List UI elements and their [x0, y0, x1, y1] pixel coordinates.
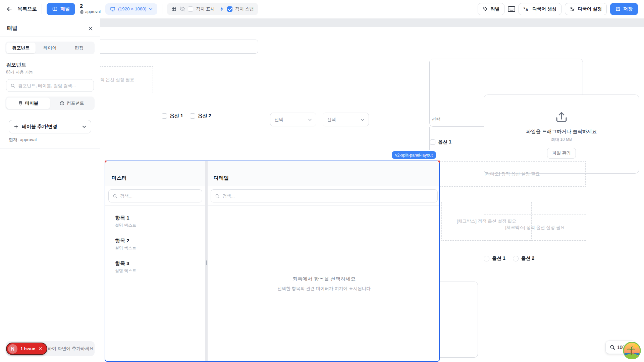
issue-badge[interactable]: N 1 Issue	[6, 343, 47, 355]
list-item[interactable]: 항목 3 설명 텍스트	[115, 260, 136, 274]
checkbox-option2[interactable]	[190, 113, 195, 119]
divider	[0, 148, 100, 148]
grid-snap-checkbox[interactable]	[227, 6, 232, 12]
tab-layers[interactable]: 레이어	[36, 43, 65, 53]
arrow-left-icon	[6, 6, 13, 12]
select-3-label: 선택	[432, 116, 441, 122]
tab-edit[interactable]: 편집	[64, 43, 94, 53]
label-button[interactable]: 라벨	[478, 3, 504, 15]
cube-icon	[60, 101, 64, 106]
search-icon	[113, 194, 117, 198]
radio-option1[interactable]	[484, 256, 489, 261]
master-title: 마스터	[112, 175, 127, 181]
save-button[interactable]: 저장	[610, 3, 638, 15]
detail-empty-state: 좌측에서 항목을 선택하세요 선택한 항목의 관련 데이터가 여기에 표시됩니다	[208, 206, 440, 362]
settings-sliders-icon	[570, 6, 575, 12]
pane-splitter[interactable]	[205, 161, 208, 361]
checkbox-placeholder-text-2: [체크박스] 정적 옵션 설정 필요	[505, 225, 565, 231]
svg-text:x̄: x̄	[524, 7, 525, 10]
grid-show-checkbox[interactable]	[188, 6, 193, 12]
split-panel-component[interactable]: 마스터 디테일 항목 1 설명 텍스트 항목 2 설명 텍스트 항목 3 설명 …	[105, 161, 440, 362]
radio-placeholder-box[interactable]: [라디오] 정적 옵션 설정 필요	[439, 161, 586, 187]
container-edge-line	[429, 127, 430, 150]
item-desc: 설명 텍스트	[115, 223, 136, 228]
monitor-icon	[110, 6, 115, 12]
i18n-generate-button[interactable]: x̄A 다국어 생성	[519, 3, 561, 15]
island-sticker	[623, 342, 641, 359]
plus-icon	[14, 124, 18, 129]
close-icon[interactable]	[38, 347, 43, 351]
item-title: 항목 1	[115, 215, 136, 221]
empty-title: 좌측에서 항목을 선택하세요	[292, 276, 356, 282]
item-title: 항목 2	[115, 238, 136, 244]
item-title: 항목 3	[115, 260, 136, 267]
empty-desc: 선택한 항목의 관련 데이터가 여기에 표시됩니다	[277, 286, 371, 292]
checkbox-option1[interactable]	[162, 113, 167, 119]
back-label[interactable]: 목록으로	[17, 6, 37, 12]
select-1[interactable]: 선택	[270, 113, 316, 126]
component-search-box[interactable]	[6, 79, 94, 92]
add-table-button[interactable]: 테이블 추가/변경	[9, 120, 91, 133]
source-tab-components[interactable]: 컴포넌트	[50, 98, 94, 109]
chevron-down-icon	[361, 118, 365, 121]
grid-show-label: 격자 표시	[196, 6, 215, 12]
checkbox-option2-label: 옵션 2	[198, 113, 211, 119]
panel-icon	[52, 6, 58, 12]
magnifier-icon	[610, 345, 615, 350]
divider	[42, 4, 42, 14]
grid-snap-label: 격자 스냅	[235, 6, 254, 12]
component-tag-badge: v2-split-panel-layout	[392, 151, 436, 159]
viewport-size-selector[interactable]: (644 × 362)	[105, 3, 157, 15]
radio-option2-label: 옵션 2	[521, 255, 535, 261]
master-search-box[interactable]	[108, 189, 202, 202]
eye-off-icon	[179, 6, 185, 12]
issue-logo: N	[8, 344, 17, 354]
list-item[interactable]: 항목 2 설명 텍스트	[115, 238, 136, 251]
tab-components[interactable]: 컴포넌트	[6, 43, 36, 53]
selection-corner-handle[interactable]	[437, 161, 440, 163]
chevron-down-icon	[149, 8, 153, 10]
checkbox-placeholder-box-2[interactable]: [체크박스] 정적 옵션 설정 필요	[484, 215, 586, 241]
grid-icon	[171, 6, 177, 12]
master-search-input[interactable]	[120, 193, 198, 198]
panel-sidebar: 패널 컴포넌트 레이어 편집 컴포넌트 83개 사용 가능 테이블 컴포넌트 테…	[0, 18, 100, 362]
close-panel-button[interactable]	[88, 26, 93, 31]
detail-search-box[interactable]	[211, 189, 438, 202]
keyboard-shortcuts-button[interactable]	[508, 6, 515, 12]
detail-search-input[interactable]	[222, 193, 433, 198]
components-section-title: 컴포넌트	[6, 62, 94, 68]
item-desc: 설명 텍스트	[115, 268, 136, 274]
upload-title: 파일을 드래그하거나 클릭하세요	[526, 128, 597, 135]
selection-corner-handle[interactable]	[105, 161, 107, 163]
back-button[interactable]	[6, 6, 13, 12]
page-number: 2	[80, 3, 101, 9]
hint-text: 하여 화면에 추가하세요	[48, 346, 94, 352]
select-2[interactable]: 선택	[323, 113, 369, 126]
save-icon	[615, 6, 621, 11]
search-icon	[215, 194, 220, 198]
components-count: 83개 사용 가능	[6, 69, 94, 75]
list-item[interactable]: 항목 1 설명 텍스트	[115, 215, 136, 228]
chevron-down-icon	[308, 118, 312, 121]
svg-text:A: A	[526, 8, 528, 12]
i18n-settings-button[interactable]: 다국어 설정	[565, 3, 607, 15]
keyboard-icon	[508, 6, 515, 12]
source-toggle: 테이블 컴포넌트	[5, 97, 95, 110]
source-tab-tables[interactable]: 테이블	[6, 98, 50, 109]
canvas-checkbox-single: 옵션 1	[430, 139, 451, 145]
bound-table: approval	[80, 10, 101, 14]
close-icon	[88, 26, 93, 31]
database-icon	[18, 101, 23, 106]
master-search-row	[105, 186, 205, 206]
search-icon	[10, 83, 15, 88]
item-desc: 설명 텍스트	[115, 245, 136, 251]
panel-toggle-button[interactable]: 패널	[47, 3, 75, 15]
radio-option1-label: 옵션 1	[492, 255, 505, 261]
file-manage-button[interactable]: 파일 관리	[547, 148, 576, 159]
checkbox-single[interactable]	[430, 139, 435, 145]
radio-option2[interactable]	[513, 256, 519, 261]
upload-limit: 최대 10 MB	[551, 137, 572, 142]
sidebar-tabs: 컴포넌트 레이어 편집	[5, 42, 95, 54]
grid-controls: 격자 표시 격자 스냅	[167, 3, 258, 15]
component-search-input[interactable]	[18, 83, 90, 88]
